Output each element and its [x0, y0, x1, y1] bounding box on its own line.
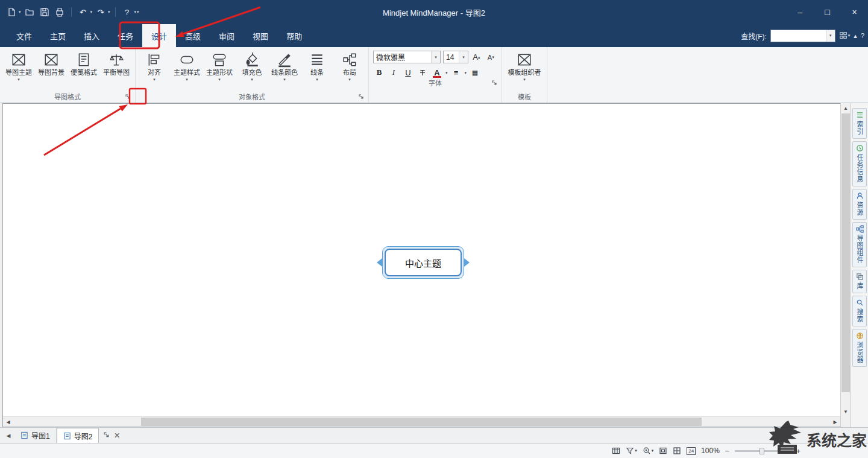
shrink-font-button[interactable]: A▼: [485, 51, 497, 63]
horizontal-scroll-thumb[interactable]: [141, 418, 702, 426]
layout-button[interactable]: 布局 ▾: [333, 49, 366, 82]
strikethrough-button[interactable]: T: [417, 66, 429, 78]
font-color-button[interactable]: A: [431, 66, 443, 78]
chevron-down-icon[interactable]: ▾: [134, 10, 137, 14]
tab-insert[interactable]: 插入: [75, 24, 108, 47]
align-button[interactable]: 对齐 ▾: [138, 49, 171, 82]
map-background-button[interactable]: 导图背景: [35, 49, 68, 77]
grid-view-button[interactable]: [673, 447, 681, 455]
balance-map-button[interactable]: 平衡导图: [100, 49, 133, 77]
zoom-slider-thumb[interactable]: [760, 448, 764, 454]
collapse-ribbon-button[interactable]: ▴: [854, 32, 857, 40]
find-label: 查找(F):: [741, 31, 767, 41]
format-options-button[interactable]: ▦: [469, 66, 481, 78]
scroll-up-button[interactable]: ▲: [841, 103, 851, 113]
calendar-24-button[interactable]: 24: [687, 447, 696, 455]
chevron-down-icon[interactable]: ▾: [19, 10, 21, 14]
close-button[interactable]: ×: [841, 0, 868, 24]
dialog-launcher-object-format[interactable]: [357, 93, 366, 101]
zoom-button[interactable]: ▾: [643, 447, 654, 455]
filter-button[interactable]: ▾: [626, 447, 637, 455]
ribbon: 导图主题 ▾ 导图背景 便笺格式 平衡导图 导图格式: [0, 47, 868, 103]
sidebar-tab-task-info[interactable]: 任务信息: [852, 141, 867, 186]
save-button[interactable]: [38, 4, 51, 20]
chevron-down-icon[interactable]: ▾: [459, 51, 468, 63]
print-button[interactable]: [53, 4, 66, 20]
redo-button[interactable]: ↷: [94, 4, 107, 20]
font-family-select[interactable]: 微软雅黑 ▾: [373, 51, 441, 63]
line-color-button[interactable]: 线条颜色 ▾: [268, 49, 301, 82]
topic-shape-button[interactable]: 主题形状 ▾: [203, 49, 236, 82]
dialog-launcher-icon: [492, 80, 498, 86]
underline-button[interactable]: U: [402, 66, 414, 78]
tab-help[interactable]: 帮助: [277, 24, 311, 47]
find-input[interactable]: ▾: [770, 30, 835, 42]
tab-view[interactable]: 视图: [244, 24, 277, 47]
sidebar-tab-browser[interactable]: 浏览器: [852, 329, 867, 367]
sidebar-tab-library[interactable]: 库: [852, 270, 867, 293]
dialog-launcher-map-format[interactable]: [124, 93, 133, 101]
font-size-select[interactable]: 14 ▾: [443, 51, 468, 63]
help-icon[interactable]: ?: [861, 32, 864, 39]
note-format-button[interactable]: 便笺格式: [68, 49, 100, 77]
chevron-down-icon: ▾: [348, 77, 351, 82]
task-pane-tab-strip: 索引 任务信息 资源 导图组件 库 搜索: [851, 103, 868, 427]
fill-color-button[interactable]: 填充色 ▾: [236, 49, 268, 82]
topic-handle-right[interactable]: [464, 258, 470, 267]
new-document-button[interactable]: [5, 4, 18, 20]
button-label: 导图背景: [38, 69, 64, 77]
chevron-down-icon[interactable]: ▾: [445, 70, 448, 75]
ribbon-group-font: 微软雅黑 ▾ 14 ▾ A▲ A▼ B I: [369, 47, 502, 103]
tab-design[interactable]: 设计: [142, 24, 176, 47]
topic-style-button[interactable]: 主题样式 ▾: [171, 49, 203, 82]
topic-handle-left[interactable]: [377, 258, 382, 267]
chevron-down-icon[interactable]: ▾: [108, 10, 110, 14]
vertical-scroll-track[interactable]: [841, 113, 851, 407]
tab-nav-prev-button[interactable]: ◀: [2, 428, 14, 443]
sidebar-tab-resources[interactable]: 资源: [852, 189, 867, 220]
tab-task[interactable]: 任务: [108, 24, 142, 47]
chevron-down-icon: ▾: [523, 77, 526, 82]
sidebar-tab-map-parts[interactable]: 导图组件: [852, 222, 867, 267]
grow-font-button[interactable]: A▲: [471, 51, 483, 63]
chevron-down-icon[interactable]: ▾: [465, 70, 467, 75]
zoom-out-button[interactable]: −: [725, 447, 730, 456]
customize-qat-icon[interactable]: ▾: [137, 10, 139, 14]
sidebar-tab-search[interactable]: 搜索: [852, 296, 867, 326]
map-theme-button[interactable]: 导图主题 ▾: [2, 49, 35, 82]
find-area: 查找(F): ▾ ▾ ▴ ?: [741, 24, 864, 47]
tab-review[interactable]: 审阅: [210, 24, 244, 47]
map-view-button[interactable]: [612, 447, 620, 455]
chevron-down-icon[interactable]: ▾: [431, 51, 440, 63]
dialog-launcher-font[interactable]: [491, 79, 499, 87]
sidebar-tab-index[interactable]: 索引: [852, 108, 867, 139]
template-organizer-button[interactable]: 模板组织者 ▾: [505, 49, 544, 82]
minimize-button[interactable]: –: [787, 0, 814, 24]
scroll-down-button[interactable]: ▼: [841, 407, 851, 417]
text-align-button[interactable]: ≡: [450, 66, 462, 78]
central-topic[interactable]: 中心主题: [385, 249, 462, 276]
undo-button[interactable]: ↶: [77, 4, 90, 20]
horizontal-scroll-track[interactable]: [13, 417, 830, 427]
chevron-down-icon[interactable]: ▾: [90, 10, 93, 14]
task-pane-button[interactable]: ▾: [839, 31, 851, 40]
bold-button[interactable]: B: [373, 66, 385, 78]
dialog-launcher-icon[interactable]: [104, 432, 110, 439]
document-tab-map1[interactable]: 导图1: [14, 428, 57, 443]
tab-home[interactable]: 主页: [41, 24, 75, 47]
tab-advanced[interactable]: 高级: [176, 24, 210, 47]
scroll-left-button[interactable]: ◀: [3, 417, 13, 427]
lines-button[interactable]: 线条 ▾: [301, 49, 333, 82]
open-button[interactable]: [23, 4, 36, 20]
chevron-down-icon[interactable]: ▾: [826, 30, 835, 42]
filter-icon: [626, 447, 634, 455]
italic-button[interactable]: I: [388, 66, 400, 78]
close-tab-button[interactable]: ×: [114, 430, 119, 441]
vertical-scroll-thumb[interactable]: [841, 113, 850, 392]
document-tab-map2[interactable]: 导图2: [57, 428, 99, 443]
fit-map-button[interactable]: [659, 447, 667, 455]
tab-file[interactable]: 文件: [7, 24, 41, 47]
maximize-button[interactable]: □: [814, 0, 841, 24]
map-canvas[interactable]: 中心主题: [3, 104, 840, 416]
help-button[interactable]: ?: [121, 4, 134, 20]
